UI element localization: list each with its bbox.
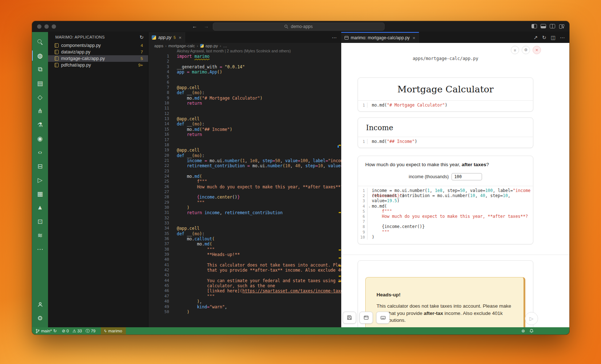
app-file-path: apps/mortgage-calc/app.py bbox=[358, 56, 533, 61]
cell-code[interactable]: 1income = mo.ui.number(1, 1e8, step=50, … bbox=[358, 186, 533, 242]
forward-icon[interactable]: → bbox=[204, 23, 209, 29]
back-icon[interactable]: ← bbox=[192, 23, 197, 29]
code-line: 11 bbox=[148, 106, 341, 111]
code-line: 38 """ bbox=[148, 247, 341, 252]
python-icon bbox=[152, 35, 156, 40]
code-line: 10 return bbox=[148, 101, 341, 106]
code-line: 50 ) bbox=[148, 309, 341, 315]
settings-gear-icon[interactable]: ⚙ bbox=[32, 311, 48, 325]
toggle-secondary-sidebar-icon[interactable] bbox=[550, 24, 555, 28]
github-icon[interactable]: ◉ bbox=[32, 132, 48, 145]
close-tab-icon[interactable]: × bbox=[413, 35, 415, 41]
search-icon[interactable] bbox=[32, 35, 48, 49]
sidebar-file-item[interactable]: dataviz/app.py7 bbox=[48, 49, 148, 55]
notebook-icon bbox=[55, 43, 59, 48]
flask-icon[interactable]: ⚗ bbox=[32, 118, 48, 132]
editor-more-actions-icon[interactable]: ⋯ bbox=[332, 35, 337, 40]
sidebar-file-item[interactable]: components/app.py4 bbox=[48, 42, 148, 49]
code-editor[interactable]: 1import marimo23__generated_with = "0.0.… bbox=[148, 54, 341, 327]
docker-icon[interactable]: ≋ bbox=[32, 228, 48, 242]
command-center-search[interactable]: demo-apps bbox=[213, 23, 385, 31]
monitor-icon[interactable]: ⊡ bbox=[32, 215, 48, 228]
run-circle-icon[interactable]: ▷ bbox=[32, 173, 48, 187]
debug-icon[interactable]: ⊚ bbox=[521, 328, 525, 333]
close-tab-icon[interactable]: × bbox=[179, 35, 182, 40]
application-file-list: components/app.py4dataviz/app.py7mortgag… bbox=[48, 42, 148, 68]
app-settings-gear-icon[interactable]: ⚙ bbox=[522, 46, 530, 54]
minimize-window-button[interactable] bbox=[44, 24, 49, 29]
breadcrumb-mortgage-calc[interactable]: mortgage-calc bbox=[168, 44, 195, 48]
status-bar: main* ↻ ⊘ 0 ⚠ 33 ⓘ 79 ϟ marimo ⊚ bbox=[32, 327, 569, 335]
code-line: 44 You can estimate your federal and sta… bbox=[148, 278, 341, 283]
rocket-icon[interactable]: ▲ bbox=[32, 201, 48, 215]
layout-panels-icon[interactable]: ⊟ bbox=[32, 159, 48, 173]
code-line: 47 """ bbox=[148, 294, 341, 299]
shutdown-close-icon[interactable]: × bbox=[533, 46, 541, 54]
code-line: 9 mo.md("# Mortgage Calculator") bbox=[148, 96, 341, 101]
explorer-files-icon[interactable]: ⧉ bbox=[32, 63, 48, 76]
code-line: 5 f""" bbox=[358, 209, 533, 214]
close-window-button[interactable] bbox=[37, 24, 41, 29]
code-line: 20def __(mo): bbox=[148, 153, 341, 158]
search-label: demo-apps bbox=[291, 24, 313, 29]
breadcrumb-more[interactable]: … bbox=[223, 44, 227, 48]
shapes-icon[interactable]: ◇ bbox=[32, 90, 48, 104]
overview-ruler[interactable] bbox=[338, 43, 341, 327]
toggle-sidebar-icon[interactable] bbox=[532, 24, 537, 28]
problems-item[interactable]: ⊘ 0 ⚠ 33 ⓘ 79 bbox=[62, 328, 95, 334]
save-button[interactable] bbox=[343, 312, 356, 324]
reload-icon[interactable]: ↻ bbox=[542, 35, 546, 40]
code-line: 19@app.cell bbox=[148, 148, 341, 153]
code-line: 29 """ bbox=[148, 200, 341, 205]
notebook-icon bbox=[55, 50, 59, 54]
open-in-browser-button[interactable] bbox=[359, 312, 373, 324]
more-actions-icon[interactable]: ⋯ bbox=[560, 35, 565, 40]
cell-code[interactable]: 1mo.md("## Income") bbox=[358, 137, 533, 146]
prompt-bold: after taxes bbox=[462, 162, 486, 167]
keyboard-shortcuts-button[interactable] bbox=[376, 312, 390, 324]
notebook-icon[interactable]: ▦ bbox=[32, 187, 48, 201]
open-preview-icon[interactable]: ▤ bbox=[32, 76, 48, 90]
income-input-label: income (thousands) bbox=[409, 174, 449, 179]
breadcrumb-apps[interactable]: apps bbox=[154, 44, 163, 48]
sidebar: MARIMO: APPLICATIONS ↻ components/app.py… bbox=[48, 32, 148, 327]
sync-icon: ↻ bbox=[53, 328, 57, 333]
menu-icon[interactable]: ≡ bbox=[511, 46, 519, 54]
code-line: 37 mo.md( bbox=[148, 241, 341, 247]
breadcrumb[interactable]: apps › mortgage-calc › app.py › … bbox=[148, 43, 341, 49]
notifications-bell-icon[interactable] bbox=[529, 329, 534, 333]
code-line: 6 bbox=[148, 80, 341, 85]
sidebar-file-item[interactable]: pdfchat/app.py9+ bbox=[48, 62, 148, 68]
split-editor-icon[interactable]: ◫ bbox=[551, 35, 556, 40]
run-app-button[interactable]: ▷ bbox=[525, 312, 538, 325]
income-number-input[interactable] bbox=[451, 173, 482, 180]
cell-code[interactable]: 1mo.md("# Mortgage Calculator") bbox=[358, 100, 533, 110]
refresh-icon[interactable]: ↻ bbox=[140, 35, 144, 40]
code-line: 8def __(mo): bbox=[148, 90, 341, 95]
toggle-panel-icon[interactable] bbox=[541, 24, 546, 28]
sidebar-file-item[interactable]: mortgage-calc/app.py5 bbox=[48, 55, 148, 62]
marimo-icon[interactable]: ◍ bbox=[32, 49, 48, 63]
tab-label: app.py bbox=[158, 35, 171, 40]
code-line: 17 bbox=[148, 137, 341, 143]
marimo-status-item[interactable]: ϟ marimo bbox=[101, 327, 126, 335]
code-line: 9 """ bbox=[358, 229, 533, 235]
tab-marimo-webview[interactable]: marimo: mortgage-calc/app.py × bbox=[341, 32, 419, 43]
breadcrumb-file[interactable]: app.py bbox=[206, 44, 218, 48]
code-line: 14def __(mo): bbox=[148, 121, 341, 127]
callout-paragraph: This calculator does not take taxes into… bbox=[377, 303, 513, 324]
code-line: 7@app.cell bbox=[148, 85, 341, 90]
code-line: 43 bbox=[148, 273, 341, 278]
pipeline-icon[interactable]: ⋔ bbox=[32, 104, 48, 118]
account-icon[interactable] bbox=[32, 297, 48, 311]
marimo-label: marimo bbox=[108, 329, 122, 333]
code-brackets-icon[interactable]: ‹› bbox=[32, 145, 48, 159]
code-line: 6 How much do you expect to make this ye… bbox=[358, 214, 533, 219]
git-branch-item[interactable]: main* ↻ bbox=[36, 328, 57, 333]
open-external-icon[interactable]: ↗ bbox=[533, 35, 538, 40]
tab-app-py[interactable]: app.py 5 × bbox=[148, 32, 185, 43]
zoom-window-button[interactable] bbox=[52, 24, 56, 29]
more-icon[interactable]: ⋯ bbox=[32, 242, 48, 256]
code-line: 7 bbox=[358, 219, 533, 224]
customize-layout-icon[interactable] bbox=[559, 24, 564, 28]
